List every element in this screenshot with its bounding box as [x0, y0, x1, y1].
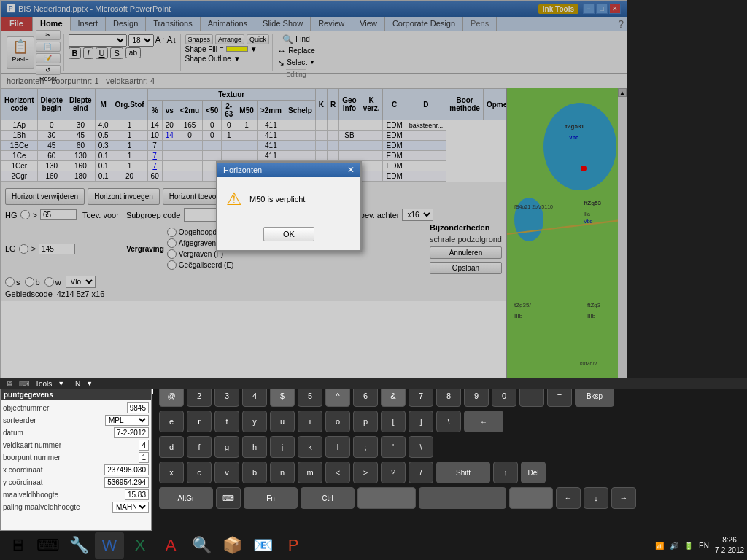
taskbar-right: 📶 🔊 🔋 EN 8:26 7-2-2012: [655, 535, 744, 556]
horizonten-dialog: Horizonten ✕ ⚠ M50 is verplicht OK: [216, 161, 362, 252]
field-datum: datum 7-2-2012: [3, 427, 149, 438]
key-keyboard-icon[interactable]: ⌨: [216, 487, 241, 509]
key-slash[interactable]: /: [409, 462, 433, 483]
key-altgr[interactable]: AltGr: [159, 487, 213, 509]
taskbar-en-label: EN: [699, 542, 709, 550]
key-space-right[interactable]: [509, 487, 553, 509]
taskbar-network-icon: 📶: [655, 542, 664, 550]
key-m[interactable]: m: [298, 462, 322, 483]
key-rbracket[interactable]: ]: [409, 411, 433, 432]
key-down[interactable]: ↓: [584, 487, 608, 509]
taskbar-battery-icon: 🔋: [684, 542, 693, 550]
key-i[interactable]: i: [298, 411, 322, 432]
taskbar-word-icon: W: [102, 536, 117, 555]
key-gt[interactable]: >: [353, 462, 378, 483]
key-c[interactable]: c: [187, 462, 212, 483]
dialog-overlay: Horizonten ✕ ⚠ M50 is verplicht OK: [1, 1, 627, 378]
datum-value: 7-2-2012: [114, 427, 149, 438]
key-semicolon[interactable]: ;: [353, 436, 378, 458]
key-d[interactable]: d: [159, 436, 184, 458]
en-dropdown-icon: ▼: [86, 380, 93, 387]
taskbar-app-powerpoint[interactable]: P: [279, 532, 308, 559]
key-ctrl[interactable]: Ctrl: [301, 487, 355, 509]
taskbar-app-mail[interactable]: 📧: [248, 532, 277, 559]
key-k[interactable]: k: [298, 436, 322, 458]
tools-label[interactable]: Tools: [35, 380, 52, 388]
field-paling: paling maaiveldhhoogte MAHN: [3, 502, 149, 513]
key-x[interactable]: x: [159, 462, 184, 483]
field-maaiveld: maaiveldhhoogte 15.83: [3, 489, 149, 500]
key-quote[interactable]: ': [381, 436, 406, 458]
taskbar-app-access[interactable]: A: [156, 532, 185, 559]
taskbar-app-package[interactable]: 📦: [217, 532, 247, 559]
dialog-content: ⚠ M50 is verplicht: [217, 177, 360, 221]
dialog-close-button[interactable]: ✕: [347, 165, 355, 175]
tools-dropdown-icon: ▼: [58, 380, 64, 387]
dialog-title-text: Horizonten: [223, 166, 262, 174]
key-shift[interactable]: Shift: [436, 462, 490, 483]
key-up[interactable]: ↑: [493, 462, 518, 483]
key-e[interactable]: e: [159, 411, 184, 432]
paling-select[interactable]: MAHN: [112, 502, 149, 513]
key-l[interactable]: l: [325, 436, 350, 458]
key-question[interactable]: ?: [381, 462, 406, 483]
taskbar-app-search[interactable]: 🔍: [187, 532, 216, 559]
key-h[interactable]: h: [242, 436, 267, 458]
key-g[interactable]: g: [214, 436, 239, 458]
field-objectnummer: objectnummer 9845: [3, 402, 149, 413]
left-panel: puntgegevens objectnummer 9845 sorteerde…: [0, 389, 152, 531]
key-space-left[interactable]: [357, 487, 416, 509]
taskbar-search-icon: 🔍: [192, 536, 212, 555]
warning-icon: ⚠: [226, 189, 242, 209]
boorpunt-value: 1: [139, 452, 149, 463]
sorteerder-select[interactable]: MPL: [105, 415, 149, 426]
keyboard-row-bottom: x c v b n m < > ? / Shift ↑ Del: [159, 462, 741, 483]
key-backslash[interactable]: \: [436, 411, 461, 432]
key-enter-arrow[interactable]: ←: [464, 411, 503, 432]
key-f[interactable]: f: [187, 436, 212, 458]
key-backslash2[interactable]: \: [409, 436, 433, 458]
taskbar-monitor-icon: 🖥: [9, 536, 26, 555]
taskbar: 🖥 ⌨ 🔧 W X A 🔍 📦 📧 P 📶 🔊 🔋 EN 8:26 7-2-20…: [0, 531, 747, 560]
key-u[interactable]: u: [270, 411, 295, 432]
taskbar-app-word[interactable]: W: [95, 532, 124, 559]
key-r[interactable]: r: [187, 411, 212, 432]
taskbar-app-excel[interactable]: X: [125, 532, 155, 559]
dialog-buttons: OK: [217, 221, 360, 250]
key-left[interactable]: ←: [556, 487, 581, 509]
field-boorpunt: boorpunt nummer 1: [3, 452, 149, 463]
field-veldkaart: veldkaart nummer 4: [3, 440, 149, 451]
tools-bar: 🖥 ⌨ Tools ▼ EN ▼: [0, 378, 747, 389]
y-coord-value: 536954.294: [104, 477, 149, 488]
taskbar-app-monitor[interactable]: 🖥: [3, 532, 32, 559]
key-lt[interactable]: <: [325, 462, 350, 483]
dialog-ok-button[interactable]: OK: [263, 227, 314, 241]
key-o[interactable]: o: [325, 411, 350, 432]
keyboard-row-controls: AltGr ⌨ Fn Ctrl ← ↓ →: [159, 487, 741, 509]
maaiveld-value: 15.83: [125, 489, 149, 500]
key-t[interactable]: t: [214, 411, 239, 432]
taskbar-tools-icon: 🔧: [69, 536, 89, 555]
taskbar-app-keyboard[interactable]: ⌨: [34, 532, 63, 559]
taskbar-access-icon: A: [166, 536, 177, 555]
time: 8:26: [715, 535, 744, 545]
time-display: 8:26 7-2-2012: [715, 535, 744, 556]
key-del[interactable]: Del: [521, 462, 546, 483]
key-v[interactable]: v: [214, 462, 239, 483]
x-coord-value: 237498.030: [104, 464, 149, 475]
dialog-message: M50 is verplicht: [249, 195, 305, 203]
taskbar-excel-icon: X: [135, 536, 146, 555]
keyboard-icon: ⌨: [19, 380, 29, 388]
key-right[interactable]: →: [611, 487, 636, 509]
taskbar-ppt-icon: P: [288, 536, 299, 555]
key-fn[interactable]: Fn: [244, 487, 298, 509]
key-y[interactable]: y: [242, 411, 267, 432]
date: 7-2-2012: [715, 545, 744, 556]
key-n[interactable]: n: [270, 462, 295, 483]
key-b[interactable]: b: [242, 462, 267, 483]
key-spacebar[interactable]: [419, 487, 506, 509]
key-p[interactable]: p: [353, 411, 378, 432]
taskbar-app-tools[interactable]: 🔧: [64, 532, 93, 559]
key-lbracket[interactable]: [: [381, 411, 406, 432]
key-j[interactable]: j: [270, 436, 295, 458]
